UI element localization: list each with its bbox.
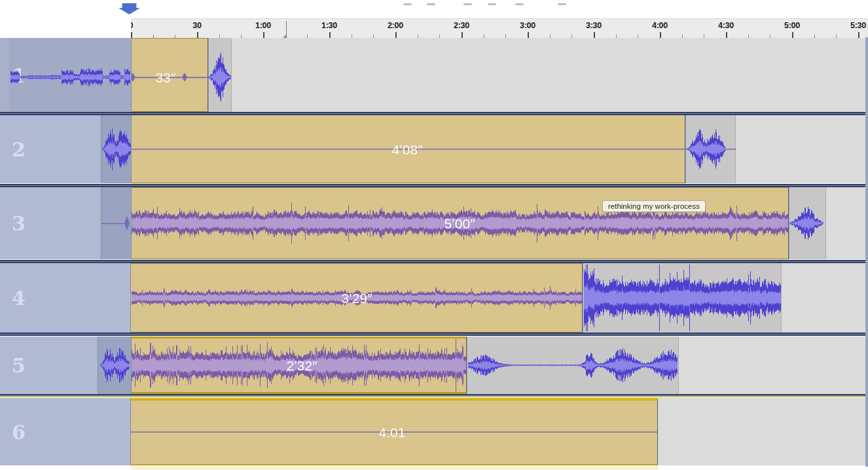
timeline-ruler[interactable]: 0301:001:302:002:303:003:304:004:305:005…: [131, 18, 868, 39]
track-number: 2: [12, 137, 26, 160]
ruler-time-label: 1:00: [255, 21, 271, 30]
title-text-fragment: [488, 3, 496, 5]
ruler-time-label: 3:30: [586, 21, 602, 30]
title-text-fragment: [558, 3, 566, 5]
clip-duration-label: 2’32″: [286, 358, 317, 374]
ruler-time-label: 2:00: [388, 21, 403, 30]
audio-clip-gray[interactable]: [789, 187, 826, 259]
audio-clip-gray[interactable]: [583, 263, 782, 333]
audio-clip-gray[interactable]: [685, 115, 736, 183]
track-number: 1: [12, 63, 26, 86]
tracks-area: 133″24’08″35’00″43’29″52’32″64:01: [0, 37, 868, 467]
track-row-2: 24’08″: [0, 115, 868, 183]
track-number: 4: [12, 287, 26, 310]
ruler-time-label: 2:30: [454, 21, 469, 30]
track-separator: [0, 112, 868, 115]
ruler-time-label: 0: [131, 21, 133, 30]
track-row-3: 35’00″: [0, 187, 868, 259]
clip-duration-label: 4’08″: [391, 142, 422, 158]
title-text-fragment: [515, 3, 524, 5]
title-text-fragment: [427, 3, 435, 5]
track-header-strip: [101, 187, 132, 259]
audio-clip-gray[interactable]: [467, 336, 679, 394]
track-header-strip: [9, 38, 132, 112]
track-row-1: 133″: [0, 38, 868, 112]
clip-duration-label: 33″: [156, 70, 176, 86]
track-row-5: 52’32″: [0, 336, 868, 394]
track-number: 3: [12, 212, 26, 235]
playhead-cursor[interactable]: [286, 21, 287, 38]
right-edge-strip: [865, 37, 868, 467]
bottom-clip-edge: [131, 466, 659, 470]
track-separator: [0, 260, 868, 263]
clip-duration-label: 4:01: [379, 425, 406, 441]
track-header-strip: [101, 115, 132, 183]
track-row-6: 64:01: [0, 398, 868, 465]
ruler-time-label: 5:00: [784, 21, 800, 30]
ruler-time-label: 4:00: [652, 21, 668, 30]
clip-duration-label: 5’00″: [444, 216, 475, 232]
track-number: 5: [12, 354, 26, 377]
title-text-fragment: [403, 3, 412, 5]
track-separator: [0, 333, 868, 336]
clip-tooltip: rethinking my work-process: [602, 200, 706, 212]
title-text-fragment: [463, 3, 472, 5]
ruler-time-label: 3:00: [520, 21, 535, 30]
track-separator: [0, 394, 868, 397]
audio-clip-gray[interactable]: [208, 38, 232, 112]
track-separator: [0, 184, 868, 187]
track-number: 6: [12, 420, 26, 443]
track-header-strip: [98, 336, 132, 394]
ruler-time-label: 30: [192, 21, 202, 30]
ruler-time-label: 4:30: [718, 21, 734, 30]
audio-editor-window: 0301:001:302:002:303:003:304:004:305:005…: [0, 0, 868, 470]
clip-duration-label: 3’29″: [341, 291, 372, 306]
ruler-time-label: 1:30: [321, 21, 337, 30]
ruler-time-label: 5:30: [850, 21, 866, 30]
track-row-4: 43’29″: [0, 263, 868, 333]
